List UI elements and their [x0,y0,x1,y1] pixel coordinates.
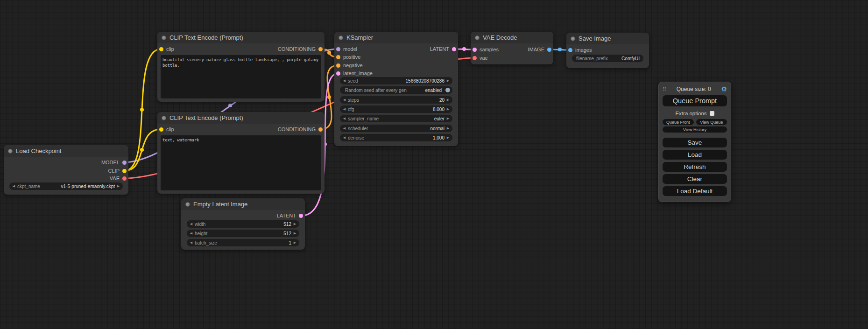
ksampler-title-bar[interactable]: KSampler [334,32,458,43]
queue-menu-panel[interactable]: ⠿ Queue size: 0 ⚙ Queue Prompt Extra opt… [658,82,731,202]
view-queue-button[interactable]: View Queue [696,119,727,125]
stepper-right-icon[interactable]: ▶ [293,239,297,246]
collapse-dot[interactable] [162,116,166,120]
output-port-latent[interactable] [452,47,456,51]
input-label: positive [343,54,360,60]
output-port-model[interactable] [122,161,127,165]
output-port-clip[interactable] [122,169,127,173]
node-ksampler[interactable]: KSampler model positive negative latent_… [334,32,458,146]
output-port-image[interactable] [547,48,551,52]
node-clip-text-encode-negative[interactable]: CLIP Text Encode (Prompt) clip CONDITION… [157,112,325,194]
drag-handle-icon[interactable]: ⠿ [663,86,666,92]
widget-denoise[interactable]: ◀ denoise 1.000 ▶ [340,134,452,141]
stepper-left-icon[interactable]: ◀ [342,77,346,84]
stepper-right-icon[interactable]: ▶ [293,220,297,228]
node-editor-canvas[interactable]: Load Checkpoint MODEL CLIP VAE ◀ ckpt_na… [0,0,868,329]
node-clip-text-encode-positive[interactable]: CLIP Text Encode (Prompt) clip CONDITION… [157,32,325,102]
output-port-vae[interactable] [122,176,127,181]
stepper-right-icon[interactable]: ▶ [293,230,297,237]
stepper-left-icon[interactable]: ◀ [342,96,346,104]
widget-scheduler[interactable]: ◀ scheduler normal ▶ [340,125,452,132]
widget-cfg[interactable]: ◀ cfg 8.000 ▶ [340,105,452,113]
save-image-title-bar[interactable]: Save Image [566,33,649,44]
load-checkpoint-title-bar[interactable]: Load Checkpoint [4,145,128,157]
widget-width[interactable]: ◀ width 512 ▶ [187,220,299,228]
node-vae-decode[interactable]: VAE Decode samples vae IMAGE [471,32,553,64]
stepper-left-icon[interactable]: ◀ [189,239,193,246]
collapse-dot[interactable] [8,149,13,154]
view-history-button[interactable]: View History [663,126,727,133]
stepper-right-icon[interactable]: ▶ [446,77,450,84]
widget-batch-size[interactable]: ◀ batch_size 1 ▶ [187,239,299,246]
output-port-conditioning[interactable] [318,47,323,51]
stepper-right-icon[interactable]: ▶ [446,105,450,113]
toggle-knob[interactable] [445,88,450,92]
input-port-positive[interactable] [336,55,340,59]
input-port-images[interactable] [568,48,572,52]
collapse-dot[interactable] [339,35,343,40]
clear-button[interactable]: Clear [663,174,727,184]
stepper-right-icon[interactable]: ▶ [446,125,450,132]
load-button[interactable]: Load [663,150,727,160]
input-slot-clip: clip [159,45,174,53]
output-slot-vae: VAE [110,174,127,182]
output-port-conditioning[interactable] [318,127,323,132]
input-port-negative[interactable] [336,63,340,68]
widget-filename-prefix[interactable]: filename_prefix ComfyUI [572,55,643,62]
widget-sampler-name[interactable]: ◀ sampler_name euler ▶ [340,115,452,122]
collapse-dot[interactable] [475,35,480,40]
clip-positive-title-bar[interactable]: CLIP Text Encode (Prompt) [157,32,325,43]
output-slot-latent: LATENT [277,211,303,220]
widget-value: 1 [289,240,291,245]
input-label: model [343,46,357,52]
widget-random-seed-toggle[interactable]: Random seed after every gen enabled [340,86,452,94]
negative-prompt-textarea[interactable]: text, watermark [161,135,321,190]
collapse-dot[interactable] [571,36,575,41]
input-port-model[interactable] [336,47,340,51]
stepper-left-icon[interactable]: ◀ [342,105,346,113]
collapse-dot[interactable] [185,202,190,207]
stepper-right-icon[interactable]: ▶ [446,115,450,122]
stepper-left-icon[interactable]: ◀ [12,182,16,190]
load-default-button[interactable]: Load Default [663,186,727,196]
queue-front-button[interactable]: Queue Front [663,119,694,125]
stepper-left-icon[interactable]: ◀ [342,134,346,141]
clip-negative-title-bar[interactable]: CLIP Text Encode (Prompt) [157,112,325,124]
refresh-button[interactable]: Refresh [663,162,727,172]
input-port-latent-image[interactable] [336,71,340,76]
input-port-clip[interactable] [159,127,163,132]
stepper-right-icon[interactable]: ▶ [116,182,120,190]
extra-options-checkbox[interactable] [710,111,714,116]
stepper-right-icon[interactable]: ▶ [446,134,450,141]
widget-name: denoise [348,135,364,140]
collapse-dot[interactable] [162,35,166,40]
widget-name: batch_size [195,240,217,245]
output-label: CLIP [108,168,120,174]
save-button[interactable]: Save [663,138,727,147]
widget-height[interactable]: ◀ height 512 ▶ [187,230,299,237]
input-port-clip[interactable] [159,47,163,51]
widget-name: scheduler [348,126,368,131]
vae-decode-title-bar[interactable]: VAE Decode [471,32,553,43]
stepper-right-icon[interactable]: ▶ [446,96,450,104]
node-save-image[interactable]: Save Image images filename_prefix ComfyU… [566,33,649,68]
stepper-left-icon[interactable]: ◀ [189,220,193,228]
input-port-samples[interactable] [473,48,477,52]
widget-ckpt-name[interactable]: ◀ ckpt_name v1-5-pruned-emaonly.ckpt ▶ [9,182,123,190]
stepper-left-icon[interactable]: ◀ [342,115,346,122]
stepper-left-icon[interactable]: ◀ [189,230,193,237]
node-empty-latent-image[interactable]: Empty Latent Image LATENT ◀ width 512 ▶ … [181,198,305,250]
widget-seed[interactable]: ◀ seed 156680208700286 ▶ [340,77,452,84]
input-slot-negative: negative [336,61,363,70]
positive-prompt-textarea[interactable]: beautiful scenery nature glass bottle la… [161,55,321,98]
input-label: clip [166,46,174,52]
input-label: clip [166,126,174,132]
empty-latent-title-bar[interactable]: Empty Latent Image [181,198,305,210]
input-port-vae[interactable] [473,56,477,60]
gear-icon[interactable]: ⚙ [721,85,727,93]
queue-prompt-button[interactable]: Queue Prompt [663,95,727,106]
widget-steps[interactable]: ◀ steps 20 ▶ [340,96,452,104]
output-port-latent[interactable] [299,214,303,218]
stepper-left-icon[interactable]: ◀ [342,125,346,132]
node-load-checkpoint[interactable]: Load Checkpoint MODEL CLIP VAE ◀ ckpt_na… [4,145,128,195]
